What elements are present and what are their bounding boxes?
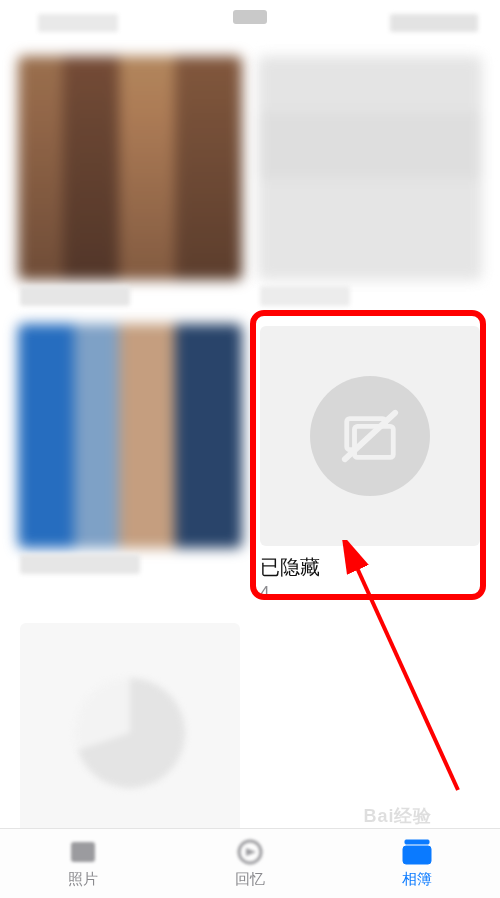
statusbar-notch	[233, 10, 267, 24]
albums-grid: 已隐藏 4	[0, 58, 500, 843]
album-title: 已隐藏	[260, 554, 480, 581]
album-title-blurred	[260, 286, 350, 306]
album-tile[interactable]	[20, 58, 240, 306]
tab-label: 相簿	[402, 870, 432, 889]
no-image-icon	[339, 405, 401, 467]
album-tile[interactable]	[20, 326, 240, 603]
watermark-brand: Bai经验	[363, 806, 432, 826]
album-thumbnail	[18, 324, 242, 548]
album-tile[interactable]	[260, 58, 480, 306]
album-tile[interactable]	[20, 623, 240, 843]
album-title-blurred	[20, 554, 140, 574]
album-meta: 已隐藏 4	[260, 554, 480, 603]
album-meta	[260, 286, 480, 306]
statusbar-left-blurred	[38, 14, 118, 32]
memories-icon	[232, 838, 268, 866]
albums-icon	[399, 838, 435, 866]
album-meta	[20, 286, 240, 306]
tab-label: 照片	[68, 870, 98, 889]
album-meta	[20, 554, 240, 574]
tab-label: 回忆	[235, 870, 265, 889]
loading-spinner-icon	[75, 678, 185, 788]
tab-photos[interactable]: 照片	[0, 829, 167, 898]
app-screen: { "statusbar": { "carrier_blurred": true…	[0, 0, 500, 898]
hidden-album-icon	[310, 376, 430, 496]
tab-memories[interactable]: 回忆	[167, 829, 334, 898]
svg-rect-4	[71, 842, 95, 862]
album-thumbnail	[18, 56, 242, 280]
photos-icon	[65, 838, 101, 866]
tab-bar: 照片 回忆 相簿	[0, 828, 500, 898]
album-thumbnail	[258, 56, 482, 280]
svg-rect-7	[403, 846, 431, 864]
album-thumbnail-hidden	[260, 326, 480, 546]
svg-rect-6	[405, 840, 429, 844]
tab-albums[interactable]: 相簿	[333, 829, 500, 898]
album-count: 4	[260, 583, 480, 603]
status-bar	[0, 8, 500, 38]
statusbar-right-blurred	[390, 14, 478, 32]
album-hidden[interactable]: 已隐藏 4	[260, 326, 480, 603]
albums-scroll[interactable]: 已隐藏 4	[0, 58, 500, 828]
album-title-blurred	[20, 286, 130, 306]
album-thumbnail	[20, 623, 240, 843]
